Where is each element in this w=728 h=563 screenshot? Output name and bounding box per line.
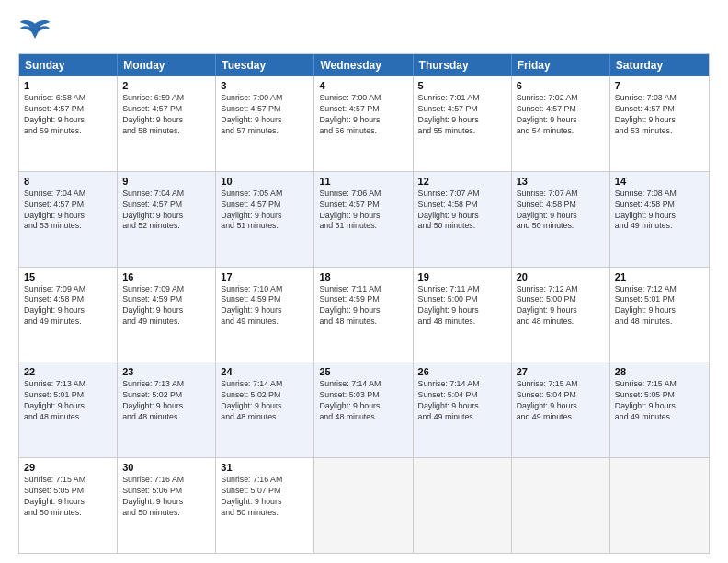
day-number: 5 [418,80,506,91]
day-details: Sunrise: 7:04 AMSunset: 4:57 PMDaylight:… [24,189,112,233]
day-cell-18: 18Sunrise: 7:11 AMSunset: 4:59 PMDayligh… [314,268,413,362]
weekday-header-sunday: Sunday [19,54,118,76]
day-details: Sunrise: 7:09 AMSunset: 4:59 PMDaylight:… [122,284,210,328]
day-details: Sunrise: 7:15 AMSunset: 5:05 PMDaylight:… [615,379,704,423]
day-details: Sunrise: 7:07 AMSunset: 4:58 PMDaylight:… [517,189,605,233]
day-details: Sunrise: 7:15 AMSunset: 5:04 PMDaylight:… [517,379,605,423]
day-details: Sunrise: 7:16 AMSunset: 5:07 PMDaylight:… [221,475,309,519]
weekday-header-tuesday: Tuesday [216,54,314,76]
empty-cell [512,458,610,553]
day-number: 30 [122,462,210,473]
day-cell-20: 20Sunrise: 7:12 AMSunset: 5:00 PMDayligh… [512,268,610,362]
day-cell-8: 8Sunrise: 7:04 AMSunset: 4:57 PMDaylight… [19,172,118,267]
day-details: Sunrise: 7:12 AMSunset: 5:00 PMDaylight:… [517,284,605,328]
day-cell-24: 24Sunrise: 7:14 AMSunset: 5:02 PMDayligh… [216,362,314,457]
day-cell-15: 15Sunrise: 7:09 AMSunset: 4:58 PMDayligh… [19,268,118,362]
day-cell-10: 10Sunrise: 7:05 AMSunset: 4:57 PMDayligh… [216,172,314,267]
day-cell-11: 11Sunrise: 7:06 AMSunset: 4:57 PMDayligh… [314,172,413,267]
day-details: Sunrise: 6:58 AMSunset: 4:57 PMDaylight:… [24,93,112,137]
calendar-row-1: 1Sunrise: 6:58 AMSunset: 4:57 PMDaylight… [19,76,709,171]
day-number: 12 [418,176,506,187]
day-details: Sunrise: 7:13 AMSunset: 5:01 PMDaylight:… [24,379,112,423]
day-cell-1: 1Sunrise: 6:58 AMSunset: 4:57 PMDaylight… [19,76,118,171]
day-cell-29: 29Sunrise: 7:15 AMSunset: 5:05 PMDayligh… [19,458,118,553]
calendar-row-2: 8Sunrise: 7:04 AMSunset: 4:57 PMDaylight… [19,171,709,267]
day-cell-6: 6Sunrise: 7:02 AMSunset: 4:57 PMDaylight… [512,76,610,171]
calendar: SundayMondayTuesdayWednesdayThursdayFrid… [18,53,710,554]
day-details: Sunrise: 7:00 AMSunset: 4:57 PMDaylight:… [221,93,309,137]
day-number: 23 [122,366,210,377]
empty-cell [414,458,512,553]
day-number: 18 [319,271,407,282]
day-details: Sunrise: 7:05 AMSunset: 4:57 PMDaylight:… [221,189,309,233]
day-details: Sunrise: 7:00 AMSunset: 4:57 PMDaylight:… [319,93,407,137]
day-details: Sunrise: 7:14 AMSunset: 5:04 PMDaylight:… [418,379,506,423]
day-number: 19 [418,271,506,282]
day-details: Sunrise: 7:15 AMSunset: 5:05 PMDaylight:… [24,475,112,519]
weekday-header-saturday: Saturday [610,54,709,76]
day-number: 14 [615,176,704,187]
day-cell-27: 27Sunrise: 7:15 AMSunset: 5:04 PMDayligh… [512,362,610,457]
weekday-header-friday: Friday [512,54,610,76]
day-cell-23: 23Sunrise: 7:13 AMSunset: 5:02 PMDayligh… [118,362,216,457]
day-details: Sunrise: 7:11 AMSunset: 4:59 PMDaylight:… [319,284,407,328]
day-number: 17 [221,271,309,282]
day-cell-2: 2Sunrise: 6:59 AMSunset: 4:57 PMDaylight… [118,76,216,171]
day-cell-26: 26Sunrise: 7:14 AMSunset: 5:04 PMDayligh… [414,362,512,457]
day-cell-31: 31Sunrise: 7:16 AMSunset: 5:07 PMDayligh… [216,458,314,553]
day-cell-14: 14Sunrise: 7:08 AMSunset: 4:58 PMDayligh… [610,172,709,267]
day-number: 27 [517,366,605,377]
day-number: 22 [24,366,112,377]
day-details: Sunrise: 7:10 AMSunset: 4:59 PMDaylight:… [221,284,309,328]
calendar-row-5: 29Sunrise: 7:15 AMSunset: 5:05 PMDayligh… [19,457,709,553]
day-cell-17: 17Sunrise: 7:10 AMSunset: 4:59 PMDayligh… [216,268,314,362]
day-number: 7 [615,80,704,91]
day-details: Sunrise: 7:14 AMSunset: 5:03 PMDaylight:… [319,379,407,423]
day-number: 20 [517,271,605,282]
calendar-header: SundayMondayTuesdayWednesdayThursdayFrid… [19,54,709,76]
weekday-header-wednesday: Wednesday [314,54,413,76]
day-number: 31 [221,462,309,473]
day-cell-22: 22Sunrise: 7:13 AMSunset: 5:01 PMDayligh… [19,362,118,457]
day-number: 10 [221,176,309,187]
day-details: Sunrise: 7:06 AMSunset: 4:57 PMDaylight:… [319,189,407,233]
day-details: Sunrise: 7:08 AMSunset: 4:58 PMDaylight:… [615,189,704,233]
day-number: 25 [319,366,407,377]
day-cell-5: 5Sunrise: 7:01 AMSunset: 4:57 PMDaylight… [414,76,512,171]
day-number: 28 [615,366,704,377]
day-number: 29 [24,462,112,473]
day-cell-7: 7Sunrise: 7:03 AMSunset: 4:57 PMDaylight… [610,76,709,171]
calendar-row-3: 15Sunrise: 7:09 AMSunset: 4:58 PMDayligh… [19,267,709,362]
page: SundayMondayTuesdayWednesdayThursdayFrid… [0,0,728,563]
day-cell-30: 30Sunrise: 7:16 AMSunset: 5:06 PMDayligh… [118,458,216,553]
day-details: Sunrise: 7:11 AMSunset: 5:00 PMDaylight:… [418,284,506,328]
day-number: 11 [319,176,407,187]
day-cell-16: 16Sunrise: 7:09 AMSunset: 4:59 PMDayligh… [118,268,216,362]
empty-cell [314,458,413,553]
logo-icon [18,17,51,44]
day-cell-4: 4Sunrise: 7:00 AMSunset: 4:57 PMDaylight… [314,76,413,171]
weekday-header-monday: Monday [118,54,216,76]
calendar-row-4: 22Sunrise: 7:13 AMSunset: 5:01 PMDayligh… [19,362,709,457]
logo [18,17,55,44]
header [18,17,710,44]
day-number: 8 [24,176,112,187]
day-number: 16 [122,271,210,282]
day-number: 15 [24,271,112,282]
day-details: Sunrise: 7:12 AMSunset: 5:01 PMDaylight:… [615,284,704,328]
day-details: Sunrise: 7:14 AMSunset: 5:02 PMDaylight:… [221,379,309,423]
day-number: 24 [221,366,309,377]
day-number: 9 [122,176,210,187]
day-cell-9: 9Sunrise: 7:04 AMSunset: 4:57 PMDaylight… [118,172,216,267]
day-details: Sunrise: 7:07 AMSunset: 4:58 PMDaylight:… [418,189,506,233]
day-number: 6 [517,80,605,91]
day-cell-13: 13Sunrise: 7:07 AMSunset: 4:58 PMDayligh… [512,172,610,267]
day-cell-12: 12Sunrise: 7:07 AMSunset: 4:58 PMDayligh… [414,172,512,267]
day-cell-3: 3Sunrise: 7:00 AMSunset: 4:57 PMDaylight… [216,76,314,171]
day-cell-25: 25Sunrise: 7:14 AMSunset: 5:03 PMDayligh… [314,362,413,457]
weekday-header-thursday: Thursday [414,54,512,76]
day-details: Sunrise: 6:59 AMSunset: 4:57 PMDaylight:… [122,93,210,137]
day-number: 4 [319,80,407,91]
day-cell-19: 19Sunrise: 7:11 AMSunset: 5:00 PMDayligh… [414,268,512,362]
day-number: 3 [221,80,309,91]
